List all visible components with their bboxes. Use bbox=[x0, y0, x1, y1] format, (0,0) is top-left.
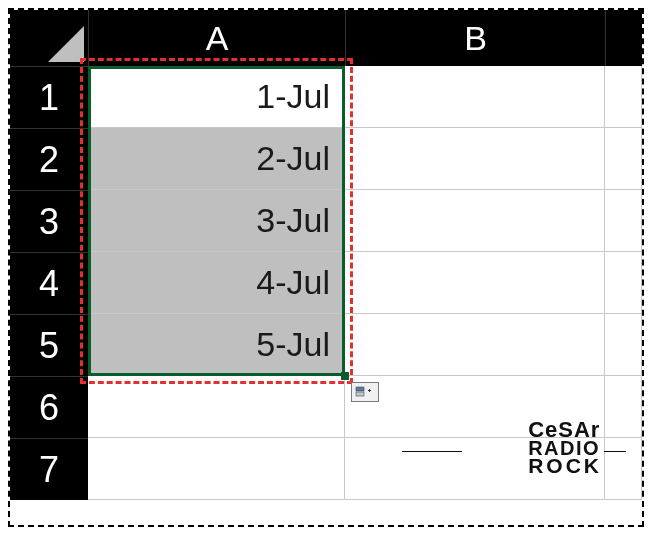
cell-C1[interactable] bbox=[605, 66, 642, 128]
cell-B3[interactable] bbox=[345, 190, 605, 252]
svg-marker-0 bbox=[48, 26, 84, 62]
row-header-5[interactable]: 5 bbox=[10, 314, 88, 376]
cell-B2[interactable] bbox=[345, 128, 605, 190]
cell-A1[interactable]: 1-Jul bbox=[88, 66, 345, 128]
column-header-B[interactable]: B bbox=[345, 10, 605, 66]
cell-B6[interactable] bbox=[345, 376, 605, 438]
cell-A7[interactable] bbox=[88, 438, 345, 500]
grid: A B 1 1-Jul 2 2-Jul 3 3-Jul 4 4-Jul 5 5-… bbox=[10, 10, 642, 500]
cell-C4[interactable] bbox=[605, 252, 642, 314]
svg-rect-4 bbox=[369, 389, 370, 392]
row-header-3[interactable]: 3 bbox=[10, 190, 88, 252]
watermark-rule-left bbox=[402, 451, 462, 452]
svg-rect-1 bbox=[356, 387, 364, 391]
row-header-4[interactable]: 4 bbox=[10, 252, 88, 314]
row-header-2[interactable]: 2 bbox=[10, 128, 88, 190]
cell-B7[interactable] bbox=[345, 438, 605, 500]
row-header-1[interactable]: 1 bbox=[10, 66, 88, 128]
column-header-extra bbox=[605, 10, 642, 66]
row-header-7[interactable]: 7 bbox=[10, 438, 88, 500]
cell-A5[interactable]: 5-Jul bbox=[88, 314, 345, 376]
cell-A3[interactable]: 3-Jul bbox=[88, 190, 345, 252]
cell-C3[interactable] bbox=[605, 190, 642, 252]
cell-B5[interactable] bbox=[345, 314, 605, 376]
watermark-rule-right bbox=[604, 451, 626, 452]
spreadsheet: A B 1 1-Jul 2 2-Jul 3 3-Jul 4 4-Jul 5 5-… bbox=[10, 10, 642, 525]
cell-B1[interactable] bbox=[345, 66, 605, 128]
cell-C6[interactable] bbox=[605, 376, 642, 438]
svg-rect-2 bbox=[356, 392, 364, 396]
cell-C5[interactable] bbox=[605, 314, 642, 376]
autofill-options-button[interactable] bbox=[351, 382, 379, 402]
cell-A6[interactable] bbox=[88, 376, 345, 438]
fill-handle[interactable] bbox=[341, 372, 349, 380]
cell-C7[interactable] bbox=[605, 438, 642, 500]
column-header-A[interactable]: A bbox=[88, 10, 345, 66]
cell-A2[interactable]: 2-Jul bbox=[88, 128, 345, 190]
cell-B4[interactable] bbox=[345, 252, 605, 314]
select-all-corner[interactable] bbox=[10, 10, 88, 66]
row-header-6[interactable]: 6 bbox=[10, 376, 88, 438]
cell-C2[interactable] bbox=[605, 128, 642, 190]
cell-A4[interactable]: 4-Jul bbox=[88, 252, 345, 314]
